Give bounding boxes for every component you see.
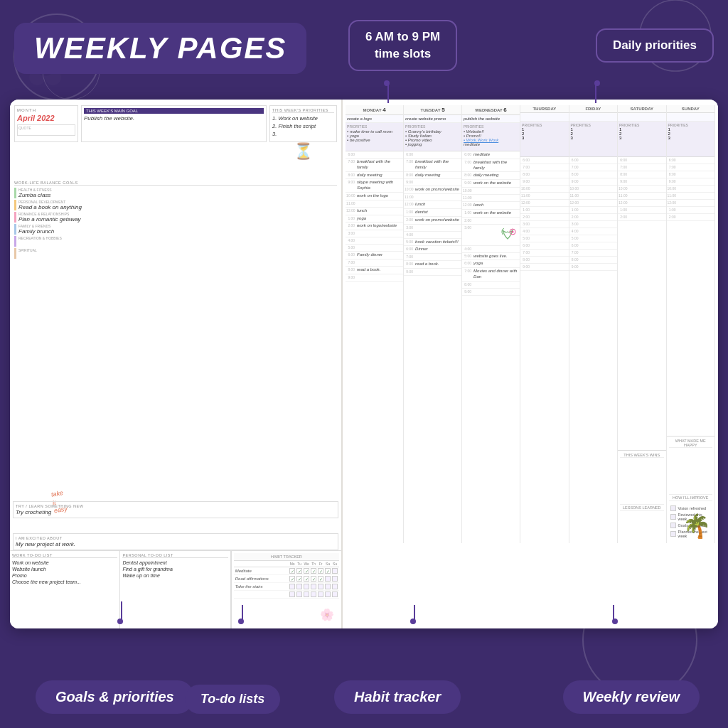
day-thursday: THURSDAY PRIORITIES 1 2 3 6:00 7:00 8:00…: [520, 105, 569, 543]
hourglass-decoration: ⏳: [294, 142, 313, 161]
habit-row-stairs: Take the stairs: [234, 583, 339, 591]
wlb-section: WORK-LIFE BALANCE GOALS Health & Fitness…: [14, 181, 337, 259]
day-sunday: SUNDAY PRIORITIES 1 2 3 6:00 7:00 8:00 9…: [667, 105, 715, 543]
day-tuesday: TUESDAY 5 create website promo PRIORITIE…: [404, 105, 462, 543]
week-goal-label: THIS WEEK'S MAIN GOAL: [84, 108, 264, 114]
wlb-health: Health & Fitness Zumba class: [14, 188, 337, 198]
try-section: TRY / LEARN SOMETHING NEW Try crocheting: [13, 501, 338, 518]
week-priorities-section: THIS WEEK'S PRIORITIES 1. Work on websit…: [269, 105, 337, 142]
habit-row-affirmations: Read affirmations: [234, 575, 339, 583]
work-todo-label: WORK TO-DO LIST: [12, 553, 117, 558]
wlb-spiritual: Spiritual: [14, 248, 337, 259]
habit-badge-label: Habit tracker: [334, 680, 461, 714]
excited-value: My new project at work.: [16, 541, 336, 547]
thursday-timeslots: 6:00 7:00 8:00 9:00 10:00 11:00 12:00 1:…: [520, 157, 568, 271]
timeslots-tag: 6 AM to 9 PM time slots: [348, 20, 457, 71]
habit-days-header: Mo Tu We Th Fr Sa Su: [234, 561, 339, 567]
sunday-review-section: WHAT MADE ME HAPPY HOW I'LL IMPROVE Visi…: [667, 436, 714, 543]
checkbox-planned[interactable]: [670, 531, 676, 537]
lessons-label: LESSONS LEARNED: [620, 504, 663, 511]
left-page: MONTH April 2022 QUOTE THIS WEEK'S MAIN …: [10, 100, 343, 628]
timeslots-label: 6 AM to 9 PM time slots: [365, 30, 440, 60]
page-title-badge: WEEKLY PAGES: [14, 23, 306, 74]
wlb-recreation: Recreation & Hobbies: [14, 236, 337, 247]
monday-priorities: PRIORITIES • make time to call mom • yog…: [346, 123, 403, 151]
improve-label: HOW I'LL IMPROVE: [669, 494, 712, 501]
sunday-header: SUNDAY: [667, 105, 714, 113]
right-page: MONDAY 4 create a logo PRIORITIES • make…: [343, 100, 718, 628]
happy-content: [669, 450, 712, 493]
personal-todo-1: Dentist appointment: [122, 560, 228, 566]
tuesday-top-task: create website promo: [404, 115, 461, 123]
personal-todo-3: Wake up on time: [122, 572, 228, 579]
day-friday: FRIDAY PRIORITIES 1 2 3 6:00 7:00 8:00 9…: [569, 105, 618, 543]
wednesday-priorities: PRIORITIES • Website!! • Promo!! • Work.…: [462, 123, 520, 151]
day-wednesday: WEDNESDAY 6 publish the website PRIORITI…: [462, 105, 520, 543]
goals-connector-dot: [117, 619, 123, 624]
week-priorities-label: THIS WEEK'S PRIORITIES: [272, 108, 334, 113]
excited-label: I AM EXCITED ABOUT: [16, 536, 336, 540]
week-grid: MONDAY 4 create a logo PRIORITIES • make…: [346, 105, 715, 543]
excited-section: I AM EXCITED ABOUT My new project at wor…: [13, 533, 338, 550]
checkbox-vision[interactable]: [670, 505, 676, 511]
work-todo-4: Choose the new project team...: [12, 579, 117, 585]
monday-top-task: create a logo: [346, 115, 403, 123]
priority-2: 2. Finish the script: [272, 122, 334, 130]
sunday-timeslots: 6:00 7:00 8:00 9:00 10:00 11:00 12:00 1:…: [667, 157, 714, 299]
month-section: MONTH April 2022 QUOTE: [14, 105, 78, 142]
habit-tracker-label: HABIT TRACKER: [234, 553, 339, 561]
checkbox-reviewed[interactable]: [670, 514, 676, 520]
work-todo-1: Work on website: [12, 560, 117, 566]
todo-badge-label: To-do lists: [185, 685, 280, 714]
wlb-family: Family & Friends Family brunch: [14, 224, 337, 235]
goals-badge-label: Goals & priorities: [36, 680, 194, 714]
page-title: WEEKLY PAGES: [34, 31, 287, 65]
month-value: April 2022: [17, 114, 75, 122]
left-top-row: MONTH April 2022 QUOTE THIS WEEK'S MAIN …: [14, 105, 337, 142]
timeslots-connector-dot: [384, 80, 390, 86]
review-badge-label: Weekly review: [563, 680, 700, 714]
planner-book: MONTH April 2022 QUOTE THIS WEEK'S MAIN …: [10, 100, 718, 628]
thursday-priorities: PRIORITIES 1 2 3: [520, 122, 568, 157]
week-goal-section: THIS WEEK'S MAIN GOAL Publish the websit…: [81, 105, 267, 142]
work-todo-col: WORK TO-DO LIST Work on website Website …: [10, 551, 120, 628]
saturday-header: SATURDAY: [618, 105, 665, 113]
floral-svg: [497, 225, 518, 245]
sunday-priorities: PRIORITIES 1 2 3: [667, 122, 714, 157]
lessons-content: [620, 513, 663, 541]
priority-3: 3.: [272, 130, 334, 138]
month-label: MONTH: [17, 108, 75, 112]
wins-content: [620, 460, 663, 503]
day-saturday: SATURDAY PRIORITIES 1 2 3 6:00 7:00 8:00…: [618, 105, 666, 543]
priorities-tag: Daily priorities: [596, 28, 714, 63]
bottom-todos: WORK TO-DO LIST Work on website Website …: [10, 550, 341, 628]
friday-priorities: PRIORITIES 1 2 3: [569, 122, 617, 157]
tuesday-timeslots: 6:00 7:00breakfast with the family 8:00d…: [404, 151, 461, 276]
work-todo-2: Website launch: [12, 566, 117, 572]
wlb-personal: Personal Development Read a book on anyt…: [14, 200, 337, 210]
happy-label: WHAT MADE ME HAPPY: [669, 439, 712, 448]
personal-todo-col: PERSONAL TO-DO LIST Dentist appointment …: [120, 551, 230, 628]
monday-header: MONDAY 4: [346, 105, 403, 115]
wednesday-header: WEDNESDAY 6: [462, 105, 520, 115]
habit-connector-dot: [410, 619, 416, 624]
tuesday-header: TUESDAY 5: [404, 105, 461, 115]
thursday-header: THURSDAY: [520, 105, 568, 113]
personal-todo-2: Find a gift for grandma: [122, 566, 228, 572]
work-todo-3: Promo: [12, 572, 117, 579]
friday-header: FRIDAY: [569, 105, 617, 113]
try-value: Try crocheting: [16, 509, 336, 515]
saturday-timeslots: 6:00 7:00 8:00 9:00 10:00 11:00 12:00 1:…: [618, 157, 665, 299]
checkbox-goals[interactable]: [670, 523, 676, 528]
wlb-label: WORK-LIFE BALANCE GOALS: [14, 181, 337, 186]
review-connector-dot: [612, 619, 618, 624]
habit-badge: Habit tracker: [334, 680, 461, 714]
wlb-romance: Romance & Relationships Plan a romantic …: [14, 212, 337, 223]
saturday-review-section: THIS WEEK'S WINS LESSONS LEARNED: [618, 450, 665, 543]
friday-timeslots: 6:00 7:00 8:00 9:00 10:00 11:00 12:00 1:…: [569, 157, 617, 271]
habit-row-meditate: Meditate: [234, 567, 339, 575]
priority-1: 1. Work on website: [272, 114, 334, 122]
saturday-priorities: PRIORITIES 1 2 3: [618, 122, 665, 157]
priorities-label: Daily priorities: [613, 38, 697, 52]
week-goal-value: Publish the website.: [84, 115, 264, 122]
